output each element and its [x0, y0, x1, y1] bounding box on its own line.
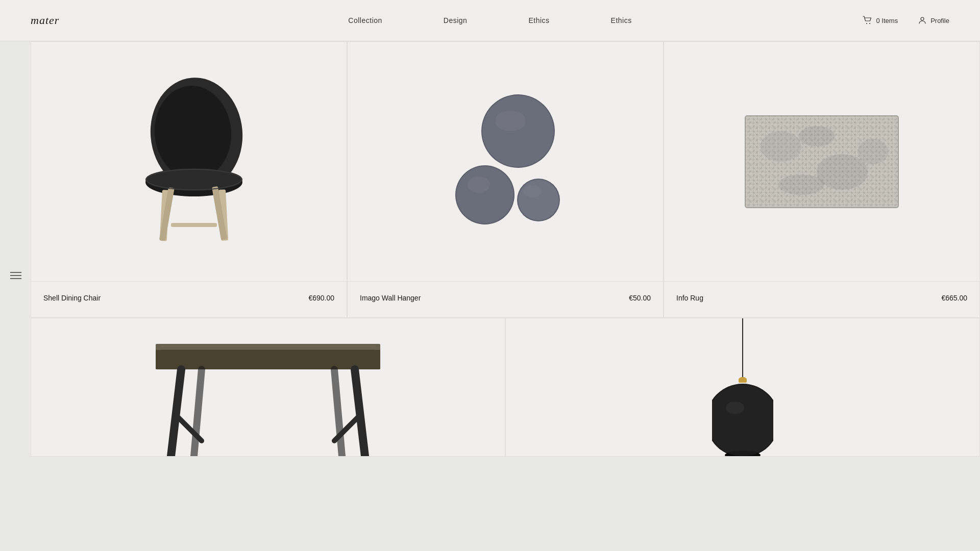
product-info-info-rug: Info Rug €665.00: [664, 282, 979, 317]
svg-point-41: [761, 131, 801, 162]
svg-point-15: [482, 95, 554, 167]
product-info-imago-wall-hanger: Imago Wall Hanger €50.00: [348, 282, 663, 317]
profile-button[interactable]: Profile: [918, 16, 949, 24]
product-grid-row-1: Shell Dining Chair €690.00: [31, 41, 980, 318]
product-card-info-rug[interactable]: Info Rug €665.00: [664, 41, 980, 318]
product-name-info-rug: Info Rug: [676, 294, 703, 302]
profile-icon: [918, 16, 926, 24]
product-price-imago-wall-hanger: €50.00: [629, 294, 651, 302]
profile-label: Profile: [930, 17, 949, 24]
header: mater Collection Design Ethics Ethics 0 …: [0, 0, 980, 41]
product-image-imago-wall-hanger: [348, 42, 663, 282]
svg-point-45: [778, 174, 824, 195]
lamp-image: [712, 318, 773, 456]
product-card-imago-wall-hanger[interactable]: Imago Wall Hanger €50.00: [347, 41, 664, 318]
svg-rect-47: [156, 344, 380, 350]
svg-point-6: [145, 168, 242, 191]
cart-icon: [863, 16, 872, 25]
hanger-image: [439, 75, 572, 248]
svg-point-17: [456, 166, 513, 223]
svg-point-22: [523, 185, 542, 197]
nav-design[interactable]: Design: [413, 16, 498, 24]
svg-point-58: [728, 450, 757, 456]
svg-point-2: [921, 17, 924, 20]
product-card-table[interactable]: [31, 318, 505, 457]
svg-rect-53: [739, 379, 747, 383]
product-image-info-rug: [664, 42, 979, 282]
svg-point-0: [866, 23, 867, 24]
svg-point-20: [495, 111, 526, 131]
product-image-shell-dining-chair: [31, 42, 347, 282]
svg-point-55: [712, 385, 773, 456]
nav-collection[interactable]: Collection: [317, 16, 412, 24]
product-price-shell-dining-chair: €690.00: [308, 294, 334, 302]
chair-image: [117, 72, 260, 251]
cart-count: 0 Items: [876, 17, 898, 24]
svg-point-43: [799, 126, 835, 146]
svg-rect-48: [156, 350, 380, 369]
product-card-lamp[interactable]: [505, 318, 980, 457]
svg-point-1: [869, 23, 870, 24]
product-info-shell-dining-chair: Shell Dining Chair €690.00: [31, 282, 347, 317]
svg-point-56: [726, 402, 744, 414]
cart-button[interactable]: 0 Items: [863, 16, 898, 25]
sidebar-menu-button[interactable]: [10, 270, 21, 281]
hamburger-line-1: [10, 272, 21, 273]
table-image: [135, 323, 401, 456]
product-name-imago-wall-hanger: Imago Wall Hanger: [360, 294, 421, 302]
product-image-table: [31, 318, 505, 456]
main-content: Shell Dining Chair €690.00: [31, 41, 980, 457]
main-nav: Collection Design Ethics Ethics: [317, 16, 662, 24]
nav-ethics-2[interactable]: Ethics: [580, 16, 663, 24]
svg-point-42: [817, 154, 868, 190]
logo[interactable]: mater: [31, 14, 59, 27]
product-grid-row-2: [31, 318, 980, 457]
nav-ethics-1[interactable]: Ethics: [498, 16, 580, 24]
svg-point-44: [857, 139, 888, 164]
product-image-lamp: [506, 318, 979, 456]
hamburger-line-3: [10, 278, 21, 279]
svg-rect-11: [171, 223, 217, 227]
svg-point-21: [468, 177, 490, 193]
hamburger-line-2: [10, 275, 21, 276]
product-price-info-rug: €665.00: [941, 294, 967, 302]
rug-image: [740, 106, 903, 218]
product-card-shell-dining-chair[interactable]: Shell Dining Chair €690.00: [31, 41, 347, 318]
header-right: 0 Items Profile: [863, 16, 949, 25]
product-name-shell-dining-chair: Shell Dining Chair: [43, 294, 101, 302]
svg-point-19: [518, 180, 559, 220]
